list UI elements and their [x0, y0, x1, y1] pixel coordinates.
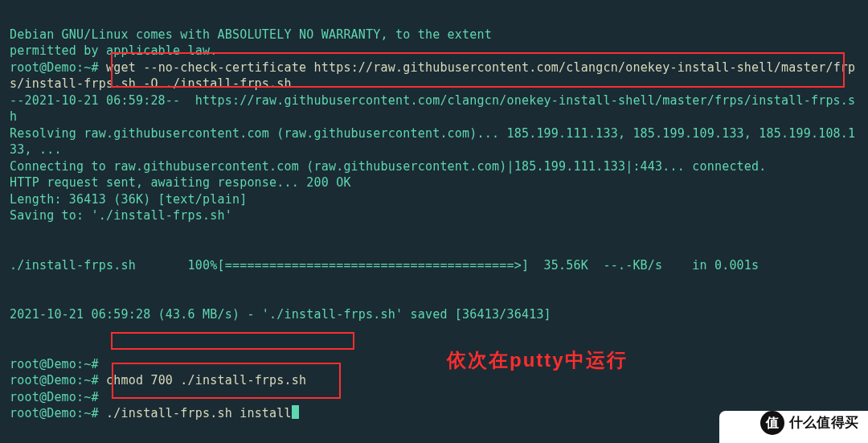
- shell-prompt: root@Demo:~#: [10, 60, 99, 75]
- shell-command: ./install-frps.sh install: [99, 406, 292, 420]
- annotation-text: 依次在putty中运行: [447, 352, 628, 369]
- output-line: Saving to: './install-frps.sh': [10, 208, 232, 223]
- shell-command: wget --no-check-certificate https://raw.…: [10, 60, 855, 92]
- output-line: permitted by applicable law.: [10, 43, 217, 58]
- blank-line: [10, 224, 858, 241]
- output-line: Length: 36413 (36K) [text/plain]: [10, 192, 247, 207]
- terminal-output[interactable]: Debian GNU/Linux comes with ABSOLUTELY N…: [0, 0, 868, 432]
- watermark-badge-icon: 值: [760, 411, 784, 435]
- blank-line: [10, 323, 858, 340]
- watermark-label: 什么值得买: [789, 415, 858, 432]
- output-line: ./install-frps.sh 100%[=================…: [10, 258, 759, 273]
- output-line: Connecting to raw.githubusercontent.com …: [10, 159, 767, 174]
- shell-prompt: root@Demo:~#: [10, 390, 99, 404]
- output-line: --2021-10-21 06:59:28-- https://raw.gith…: [10, 93, 855, 125]
- output-line: Debian GNU/Linux comes with ABSOLUTELY N…: [10, 27, 492, 42]
- output-line: HTTP request sent, awaiting response... …: [10, 175, 351, 190]
- terminal-cursor: [292, 405, 299, 419]
- shell-command: chmod 700 ./install-frps.sh: [99, 373, 306, 388]
- shell-prompt: root@Demo:~#: [10, 357, 99, 371]
- shell-prompt: root@Demo:~#: [10, 406, 99, 420]
- shell-prompt: root@Demo:~#: [10, 373, 99, 388]
- output-line: 2021-10-21 06:59:28 (43.6 MB/s) - './ins…: [10, 307, 551, 322]
- blank-line: [10, 273, 858, 290]
- watermark: 值 什么值得买: [757, 409, 862, 437]
- output-line: Resolving raw.githubusercontent.com (raw…: [10, 126, 855, 158]
